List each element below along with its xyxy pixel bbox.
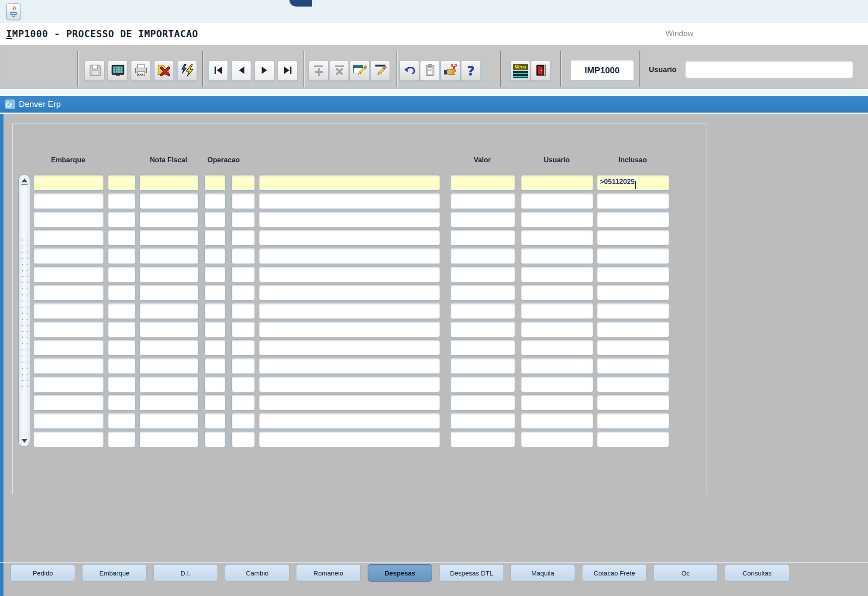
- grid-cell[interactable]: [231, 339, 255, 356]
- grid-cell[interactable]: [139, 284, 199, 301]
- grid-cell[interactable]: [204, 284, 226, 301]
- grid-cell[interactable]: [450, 413, 515, 429]
- grid-cell[interactable]: [231, 229, 255, 246]
- grid-cell[interactable]: [204, 193, 226, 209]
- grid-cell[interactable]: [139, 394, 199, 411]
- grid-cell[interactable]: [231, 376, 255, 392]
- tab-cotacao-frete[interactable]: Cotacao Frete: [582, 564, 647, 582]
- grid-cell[interactable]: [597, 229, 669, 246]
- grid-cell[interactable]: [33, 431, 104, 447]
- grid-cell[interactable]: [204, 211, 226, 227]
- hand-scissors-button[interactable]: [441, 61, 460, 81]
- grid-cell[interactable]: [33, 229, 104, 246]
- grid-cell[interactable]: [33, 248, 104, 264]
- grid-cell[interactable]: [450, 376, 515, 392]
- grid-cell[interactable]: [139, 431, 199, 447]
- menu-item-window[interactable]: Window: [653, 23, 706, 45]
- grid-cell[interactable]: [597, 394, 669, 411]
- previous-record-button[interactable]: [231, 61, 251, 81]
- grid-cell[interactable]: [204, 248, 226, 264]
- grid-cell[interactable]: [139, 193, 199, 209]
- grid-cell[interactable]: [108, 193, 136, 209]
- grid-cell[interactable]: [231, 284, 255, 301]
- grid-cell[interactable]: [259, 175, 440, 191]
- grid-cell[interactable]: [259, 248, 440, 264]
- grid-cell[interactable]: [259, 394, 440, 411]
- grid-cell[interactable]: [139, 211, 199, 227]
- grid-cell[interactable]: [597, 248, 669, 264]
- cancel-query-button[interactable]: [154, 61, 174, 81]
- grid-cell[interactable]: [33, 394, 104, 411]
- grid-cell[interactable]: [259, 211, 440, 227]
- grid-cell[interactable]: [450, 358, 515, 374]
- grid-cell[interactable]: [521, 413, 593, 429]
- next-record-button[interactable]: [255, 61, 274, 81]
- grid-cell[interactable]: [521, 376, 593, 392]
- tab-despesas[interactable]: Despesas: [368, 564, 432, 582]
- usuario-input[interactable]: [685, 61, 853, 78]
- grid-cell[interactable]: [521, 358, 593, 374]
- grid-cell[interactable]: [259, 431, 440, 447]
- grid-cell[interactable]: [33, 358, 104, 374]
- module-code-field[interactable]: IMP1000: [570, 60, 634, 81]
- tab-oc[interactable]: Oc: [653, 564, 718, 582]
- grid-cell[interactable]: [521, 193, 593, 209]
- grid-cell[interactable]: [521, 248, 593, 264]
- grid-cell[interactable]: [108, 321, 136, 337]
- grid-cell[interactable]: [521, 303, 593, 319]
- execute-query-button[interactable]: [370, 61, 390, 81]
- tab-consultas[interactable]: Consultas: [725, 564, 789, 582]
- grid-cell[interactable]: [259, 303, 440, 319]
- grid-cell[interactable]: [108, 248, 136, 264]
- grid-cell[interactable]: [108, 284, 136, 301]
- grid-cell[interactable]: [450, 193, 515, 209]
- tab-romaneio[interactable]: Romaneio: [296, 564, 361, 582]
- grid-cell[interactable]: [597, 431, 669, 447]
- last-record-button[interactable]: [278, 61, 297, 81]
- tab-pedido[interactable]: Pedido: [10, 564, 75, 582]
- grid-cell[interactable]: [204, 303, 226, 319]
- grid-cell[interactable]: [597, 413, 669, 429]
- clipboard-button[interactable]: [420, 61, 440, 81]
- grid-cell[interactable]: [259, 376, 440, 392]
- grid-cell[interactable]: [204, 229, 226, 246]
- grid-cell[interactable]: [450, 266, 515, 282]
- grid-cell[interactable]: [33, 339, 104, 356]
- exit-button[interactable]: [531, 61, 551, 81]
- grid-cell[interactable]: [259, 229, 440, 246]
- grid-cell[interactable]: [33, 303, 104, 319]
- grid-cell[interactable]: [521, 284, 593, 301]
- grid-cell[interactable]: [204, 394, 226, 411]
- grid-cell[interactable]: [597, 303, 669, 319]
- insert-record-button[interactable]: [309, 61, 328, 81]
- grid-cell[interactable]: [231, 193, 255, 209]
- grid-cell[interactable]: [108, 266, 136, 282]
- grid-cell[interactable]: [33, 376, 104, 392]
- grid-cell[interactable]: [521, 431, 593, 447]
- grid-cell[interactable]: [450, 211, 515, 227]
- grid-cell[interactable]: [450, 394, 515, 411]
- grid-cell[interactable]: [139, 339, 199, 356]
- grid-cell[interactable]: [204, 321, 226, 337]
- grid-cell[interactable]: [231, 413, 255, 429]
- grid-cell[interactable]: [108, 229, 136, 246]
- undo-button[interactable]: [400, 61, 419, 81]
- grid-cell[interactable]: [108, 211, 136, 227]
- save-button[interactable]: [85, 61, 104, 81]
- tab-d-i-[interactable]: D.I.: [153, 564, 218, 582]
- grid-cell[interactable]: [204, 358, 226, 374]
- grid-cell[interactable]: [450, 284, 515, 301]
- grid-cell[interactable]: [259, 266, 440, 282]
- grid-cell[interactable]: [204, 339, 226, 356]
- grid-cell[interactable]: [108, 358, 136, 374]
- grid-cell[interactable]: [231, 394, 255, 411]
- grid-cell[interactable]: [108, 303, 136, 319]
- grid-cell[interactable]: [450, 431, 515, 447]
- grid-cell[interactable]: [259, 193, 440, 209]
- grid-cell[interactable]: [33, 175, 104, 191]
- execute-button[interactable]: [177, 61, 197, 81]
- first-record-button[interactable]: [208, 61, 228, 81]
- grid-cell[interactable]: [521, 266, 593, 282]
- grid-cell[interactable]: [139, 303, 199, 319]
- grid-cell[interactable]: [597, 358, 669, 374]
